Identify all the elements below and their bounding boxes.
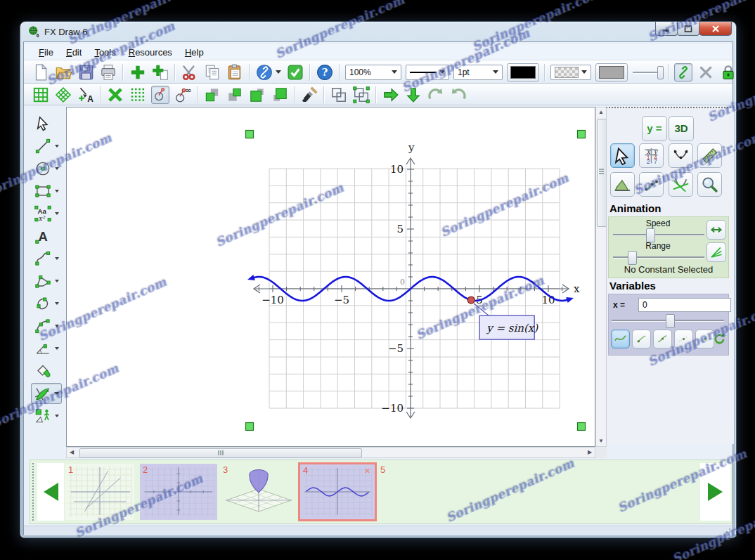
tool-rectangle[interactable] (34, 181, 59, 202)
range-button[interactable] (706, 242, 726, 262)
plot-points-button[interactable] (669, 143, 693, 168)
gallery-next-button[interactable] (700, 463, 730, 521)
chevron-down-icon[interactable] (55, 257, 59, 260)
tool-fill[interactable] (34, 360, 60, 382)
animate-button[interactable] (706, 220, 726, 240)
chevron-down-icon[interactable] (55, 280, 59, 282)
shade-area-button[interactable] (610, 172, 635, 197)
cut-button[interactable] (181, 63, 199, 82)
three-d-button[interactable]: 3D (669, 116, 694, 141)
chevron-down-icon[interactable] (55, 212, 59, 215)
fill-opacity-slider[interactable] (631, 64, 664, 81)
maximize-button[interactable] (677, 22, 699, 36)
add-graph-button[interactable] (129, 63, 147, 82)
delete-button[interactable] (106, 86, 124, 104)
scroll-up-icon[interactable]: ▲ (596, 108, 606, 117)
apply-button[interactable] (286, 63, 304, 82)
select-tool-icon[interactable] (34, 115, 52, 133)
chevron-down-icon[interactable] (55, 302, 59, 305)
trace-dots-button[interactable] (674, 330, 693, 349)
reset-variable-button[interactable] (710, 330, 729, 349)
open-file-button[interactable] (54, 63, 72, 82)
gallery-drag-handle[interactable] (32, 463, 36, 521)
diamond-grid-button[interactable] (54, 86, 72, 104)
scroll-left-icon[interactable]: ◀ (67, 448, 77, 457)
fill-tool-icon[interactable] (34, 362, 52, 380)
send-backward-button[interactable] (271, 86, 289, 104)
format-painter-button[interactable] (300, 86, 318, 104)
line-style-combo[interactable] (406, 65, 449, 80)
range-slider[interactable] (613, 251, 704, 263)
tool-circle[interactable] (34, 158, 59, 179)
scroll-down-icon[interactable]: ▼ (596, 436, 606, 446)
gallery-prev-button[interactable] (37, 463, 64, 521)
label-point-button[interactable]: A (77, 86, 95, 104)
trace-full-curve-button[interactable] (611, 330, 630, 349)
menu-help[interactable]: Help (179, 46, 210, 59)
menu-file[interactable]: File (32, 46, 60, 59)
pointer-button[interactable] (610, 143, 635, 168)
gallery-thumbnail-1[interactable]: 1 (65, 464, 134, 520)
graph-tool-icon[interactable] (33, 384, 51, 403)
fill-pattern-combo[interactable] (550, 65, 591, 80)
lock-button[interactable] (719, 63, 737, 82)
chevron-down-icon[interactable] (54, 392, 60, 395)
bring-forward-button[interactable] (248, 86, 266, 104)
rectangle-tool-icon[interactable] (34, 182, 52, 200)
tool-text[interactable]: A (34, 226, 60, 247)
slider-thumb[interactable] (657, 66, 664, 79)
resize-grip-icon[interactable] (723, 528, 731, 535)
undo-button[interactable] (449, 86, 467, 104)
help-button[interactable]: ? (316, 63, 334, 82)
tool-angle[interactable] (34, 338, 59, 359)
tool-equation[interactable]: Aax² (34, 203, 59, 224)
new-file-button[interactable] (32, 63, 50, 82)
horizontal-scroll-thumb[interactable] (79, 448, 362, 458)
dot-grid-button[interactable] (129, 86, 147, 104)
close-button[interactable] (699, 22, 732, 36)
table-of-values-button[interactable]: xy1427 (639, 143, 664, 168)
insert-link-button[interactable] (255, 63, 273, 82)
variable-slider[interactable] (612, 314, 724, 327)
paste-button[interactable] (226, 63, 244, 82)
vertical-scroll-thumb[interactable] (597, 119, 607, 227)
print-button[interactable] (99, 63, 117, 82)
redo-button[interactable] (427, 86, 445, 104)
chevron-down-icon[interactable] (55, 145, 59, 148)
zoom-combo[interactable]: 100% (345, 65, 401, 80)
tool-graph[interactable] (31, 383, 62, 404)
add-new-page-button[interactable] (151, 63, 169, 82)
gallery-thumbnail-3[interactable]: 3 (220, 464, 297, 520)
title-bar[interactable]: 6 FX Draw 6 (20, 22, 736, 41)
equation-tool-icon[interactable]: Aax² (34, 204, 52, 223)
zoom-button[interactable] (697, 172, 722, 197)
menu-tools[interactable]: Tools (88, 46, 122, 59)
variable-value-input[interactable] (638, 298, 731, 312)
point-on-curve-button[interactable] (639, 172, 664, 197)
curve-tool-icon[interactable] (34, 249, 52, 268)
arc-tool-icon[interactable] (34, 317, 52, 335)
tool-select[interactable] (34, 113, 60, 134)
gallery-thumbnail-5[interactable]: 5 (378, 464, 455, 520)
minimize-button[interactable] (655, 22, 678, 36)
auto-link-button[interactable] (674, 63, 692, 82)
move-right-button[interactable] (382, 86, 400, 104)
gallery-thumbnail-2[interactable]: 2 (140, 464, 217, 520)
fill-color-swatch[interactable] (595, 63, 628, 82)
menu-resources[interactable]: Resources (122, 46, 179, 59)
polygon-tool-icon[interactable] (34, 272, 52, 290)
menu-edit[interactable]: Edit (60, 46, 88, 59)
hide-point-infinity-button[interactable]: ∞ (174, 86, 192, 104)
save-button[interactable] (77, 63, 95, 82)
move-down-button[interactable] (404, 86, 422, 104)
y-equals-button[interactable]: y = (642, 116, 667, 141)
text-tool-icon[interactable]: A (34, 227, 52, 245)
scroll-right-icon[interactable]: ▶ (585, 448, 595, 457)
chevron-down-icon[interactable] (55, 325, 59, 327)
group-button[interactable] (330, 86, 348, 104)
line-width-combo[interactable]: 1pt (453, 65, 503, 80)
circle-tool-icon[interactable] (34, 159, 52, 178)
tool-line[interactable] (34, 136, 59, 157)
trace-end-point-button[interactable] (632, 330, 651, 349)
measure-button[interactable] (697, 143, 722, 168)
